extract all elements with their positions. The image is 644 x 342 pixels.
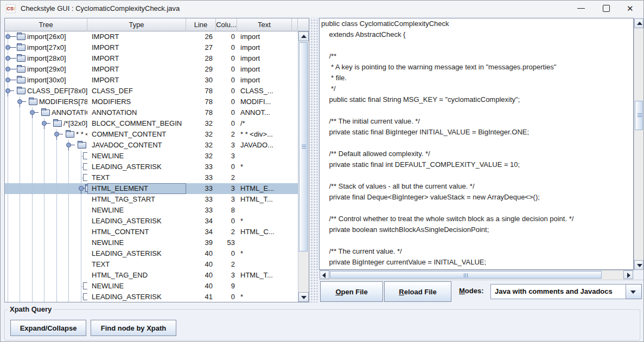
tree-collapsed-handle-icon[interactable] [5,45,10,50]
table-row[interactable]: NEWLINE323 [5,151,298,162]
column-header-tree[interactable]: Tree [5,18,87,31]
table-row[interactable]: /*[32x0]BLOCK_COMMENT_BEGIN320/* [5,118,298,129]
column-header-line[interactable]: Line [186,18,216,31]
open-file-button[interactable]: Open File [320,281,383,302]
table-row[interactable]: HTML_TAG_END403HTML_T... [5,270,298,281]
tree-expanded-handle-icon[interactable] [66,143,71,147]
tree-expanded-handle-icon[interactable] [17,99,22,104]
table-row[interactable]: NEWLINE338 [5,205,298,216]
table-row[interactable]: HTML_CONTENT342HTML_C... [5,227,298,237]
table-row[interactable]: import[30x0]IMPORT300import [5,75,298,86]
scroll-up-button[interactable] [634,18,643,28]
scroll-right-button[interactable] [623,270,633,279]
reload-file-button[interactable]: Reload File [384,281,451,302]
table-row[interactable]: import[28x0]IMPORT280import [5,53,298,64]
table-row[interactable]: import[29x0]IMPORT290import [5,64,298,75]
scroll-down-button[interactable] [634,260,643,270]
window-controls: ✕ [569,1,643,17]
split-pane-divider[interactable] [309,18,319,302]
close-icon: ✕ [627,4,634,14]
line-cell: 34 [186,227,216,237]
code-horizontal-scrollbar[interactable] [320,270,634,280]
column-header-type[interactable]: Type [87,18,186,31]
line-cell: 32 [186,140,216,151]
scroll-down-button[interactable] [298,292,309,302]
source-code-view[interactable]: public class CyclomaticComplexityCheck e… [319,18,634,270]
text-cell: MODIFI... [237,96,292,107]
table-row[interactable]: LEADING_ASTERISK330* [5,162,298,172]
table-row[interactable]: HTML_ELEMENT333HTML_E... [5,183,298,194]
column-cell: 53 [216,237,237,248]
table-row[interactable]: ANNOTATION[78x0]ANNOTATION780ANNOT... [5,107,298,118]
table-row[interactable]: import[27x0]IMPORT270import [5,42,298,53]
scroll-thumb[interactable] [330,271,602,279]
tree-node-label: /*[32x0] [63,118,87,129]
table-row[interactable]: TEXT332 [5,172,298,183]
tree-expanded-handle-icon[interactable] [5,88,10,93]
maximize-button[interactable] [594,1,619,17]
tree-guide-line [32,172,33,183]
column-cell: 0 [216,64,237,75]
tree-guide-line [8,248,8,259]
tree-guide-line [81,237,81,248]
tree-guide-line [44,151,44,162]
tree-collapsed-handle-icon[interactable] [5,67,10,72]
table-row[interactable]: TEXT402 [5,259,298,270]
table-row[interactable]: LEADING_ASTERISK410* [5,292,298,302]
tree-guide-line [56,237,57,248]
tree-expanded-handle-icon[interactable] [30,110,35,115]
tree-guide-line [20,259,20,270]
scroll-thumb[interactable] [299,42,308,251]
column-cell: 0 [216,86,237,96]
table-row[interactable]: LEADING_ASTERISK400* [5,248,298,259]
tree-collapsed-handle-icon[interactable] [5,34,10,39]
column-header-spacer[interactable] [292,18,298,31]
table-vertical-scrollbar[interactable] [298,31,309,302]
combobox-dropdown-button[interactable] [626,284,642,299]
expand-collapse-button[interactable]: Expand/Collapse [10,320,86,336]
table-row[interactable]: * * <div>...COMMENT_CONTENT322* * <div>.… [5,129,298,140]
scroll-thumb[interactable] [635,101,643,130]
column-header-text[interactable]: Text [237,18,292,31]
modes-combobox[interactable]: Java with comments and Javadocs [490,284,642,299]
table-row[interactable]: import[26x0]IMPORT260import [5,31,298,42]
table-row[interactable]: LEADING_ASTERISK340* [5,216,298,227]
type-cell: HTML_TAG_START [87,194,186,205]
scroll-left-button[interactable] [320,270,329,279]
line-cell: 33 [186,162,216,172]
tree-guide-line [56,151,57,162]
code-vertical-scrollbar[interactable] [634,18,644,270]
table-row[interactable]: CLASS_DEF[78x0]CLASS_DEF780CLASS_... [5,86,298,96]
tree-guide-line [32,248,33,259]
line-cell: 78 [186,96,216,107]
tree-guide-line [20,129,20,140]
tree-collapsed-handle-icon[interactable] [5,78,10,82]
table-row[interactable]: HTML_TAG_START333HTML_T... [5,194,298,205]
tree-guide-line [44,129,44,140]
column-cell: 0 [216,107,237,118]
tree-guide-line [20,107,20,118]
tree-guide-line [32,129,33,140]
table-row[interactable]: NEWLINE409 [5,281,298,292]
find-node-by-xpath-button[interactable]: Find node by Xpath [91,320,176,336]
tree-guide-line [44,183,44,194]
table-row[interactable]: MODIFIERS[78x0]MODIFIERS780MODIFI... [5,96,298,107]
table-row[interactable]: NEWLINE3953 [5,237,298,248]
close-button[interactable]: ✕ [619,1,643,17]
scroll-up-button[interactable] [298,31,309,41]
line-cell: 32 [186,151,216,162]
tree-expanded-handle-icon[interactable] [42,121,47,126]
column-cell: 0 [216,42,237,53]
table-row[interactable]: JAVADOC_CONTENTJAVADOC_CONTENT323JAVADO.… [5,140,298,151]
tree-guide-line [8,259,8,270]
tree-guide-line [32,227,33,237]
tree-guide-line [20,205,20,216]
arrow-down-icon [637,264,642,267]
line-cell: 33 [186,194,216,205]
tree-expanded-handle-icon[interactable] [79,186,84,191]
column-header-colu[interactable]: Colu... [216,18,237,31]
tree-guide-line [44,162,44,172]
tree-expanded-handle-icon[interactable] [54,132,59,137]
tree-collapsed-handle-icon[interactable] [5,56,10,61]
minimize-button[interactable] [569,1,594,17]
